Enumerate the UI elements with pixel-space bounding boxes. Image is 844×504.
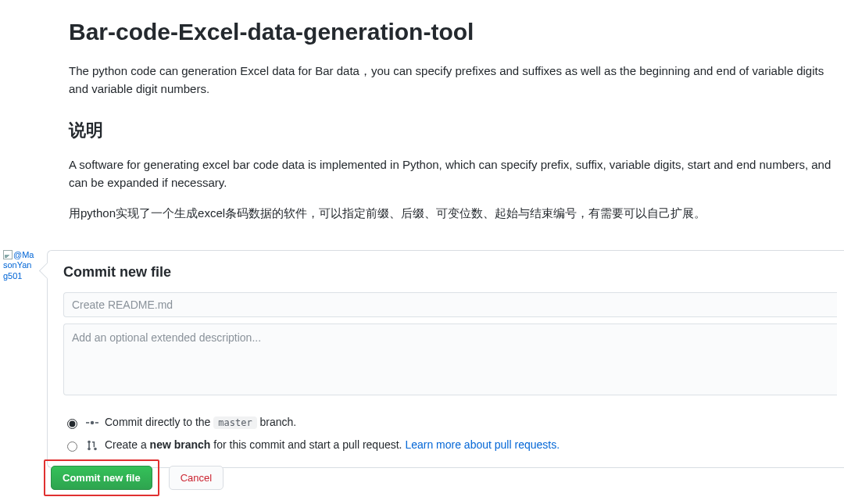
highlight-annotation: Commit new file bbox=[44, 459, 159, 496]
avatar: @MasonYang501 bbox=[3, 250, 36, 291]
commit-summary-input[interactable] bbox=[63, 292, 837, 317]
svg-rect-1 bbox=[86, 422, 89, 424]
git-pull-request-icon bbox=[86, 439, 98, 452]
commit-direct-radio[interactable] bbox=[67, 419, 77, 429]
learn-more-link[interactable]: Learn more about pull requests. bbox=[405, 438, 560, 451]
commit-newbranch-option[interactable]: Create a new branch for this commit and … bbox=[63, 434, 844, 456]
readme-heading-cn: 说明 bbox=[69, 117, 836, 143]
commit-description-input[interactable] bbox=[63, 323, 837, 395]
git-commit-icon bbox=[86, 416, 98, 429]
commit-new-file-button[interactable]: Commit new file bbox=[51, 466, 152, 490]
svg-rect-5 bbox=[88, 443, 90, 448]
svg-point-6 bbox=[94, 447, 97, 450]
commit-form: Commit new file Commit directly to the m… bbox=[47, 250, 844, 468]
svg-point-4 bbox=[88, 447, 91, 450]
commit-newbranch-radio[interactable] bbox=[67, 441, 77, 452]
svg-point-0 bbox=[91, 421, 94, 424]
svg-rect-2 bbox=[95, 422, 98, 424]
readme-desc-cn: 用python实现了一个生成excel条码数据的软件，可以指定前缀、后缀、可变位… bbox=[69, 204, 836, 222]
readme-desc-en: A software for generating excel bar code… bbox=[69, 155, 836, 192]
commit-heading: Commit new file bbox=[63, 262, 844, 283]
readme-title: Bar-code-Excel-data-generation-tool bbox=[69, 14, 836, 49]
svg-point-3 bbox=[88, 440, 91, 443]
commit-newbranch-label: Create a new branch for this commit and … bbox=[105, 437, 560, 453]
branch-name-tag: master bbox=[213, 416, 256, 429]
commit-direct-label: Commit directly to the master branch. bbox=[105, 414, 296, 431]
cancel-button[interactable]: Cancel bbox=[169, 466, 224, 490]
commit-direct-option[interactable]: Commit directly to the master branch. bbox=[63, 411, 844, 434]
readme-intro: The python code can generation Excel dat… bbox=[69, 62, 836, 98]
